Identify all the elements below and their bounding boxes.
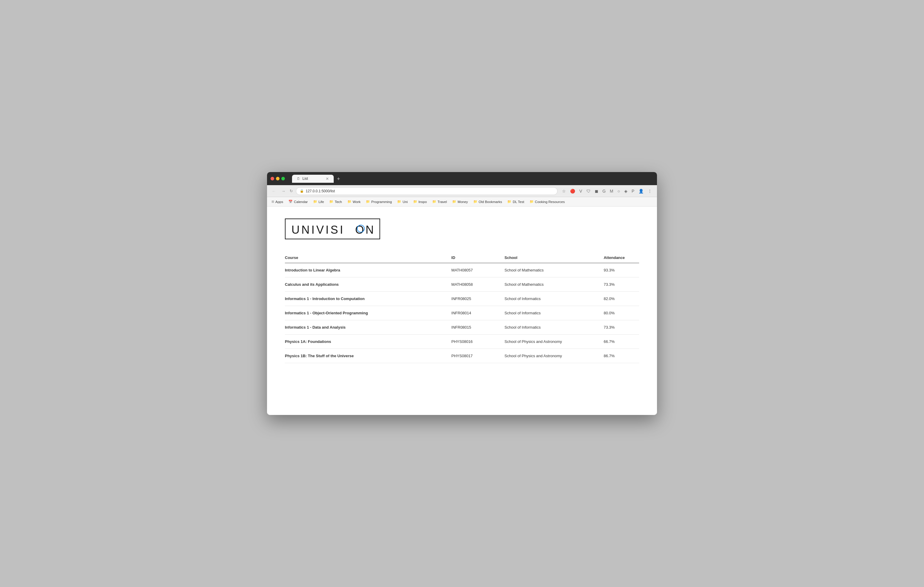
cell-attendance: 93.3%: [604, 263, 639, 277]
traffic-lights: [271, 177, 285, 180]
bookmark-label-life: Life: [318, 200, 324, 204]
cell-school: School of Informatics: [505, 292, 604, 306]
table-row: Informatics 1 - Data and AnalysisINFR080…: [285, 320, 639, 335]
cell-course: Introduction to Linear Algebra: [285, 263, 451, 277]
bookmark-label-apps: Apps: [276, 200, 283, 204]
col-header-course: Course: [285, 252, 451, 263]
ext6-button[interactable]: M: [609, 188, 615, 195]
tab-title: List: [302, 176, 308, 181]
ext3-button[interactable]: 🛡: [585, 188, 592, 195]
cell-school: School of Mathematics: [505, 277, 604, 292]
active-tab[interactable]: 🗒 List ✕: [292, 175, 334, 183]
bookmark-label-tech: Tech: [335, 200, 342, 204]
ext8-button[interactable]: ◈: [623, 188, 629, 195]
cell-attendance: 66.7%: [604, 335, 639, 349]
title-bar: 🗒 List ✕ +: [267, 172, 657, 185]
bookmark-icon-travel: 📁: [432, 200, 436, 204]
cell-school: School of Informatics: [505, 320, 604, 335]
bookmark-calendar[interactable]: 📅Calendar: [286, 199, 310, 204]
close-button[interactable]: [271, 177, 274, 180]
table-header-row: Course ID School Attendance: [285, 252, 639, 263]
ext4-button[interactable]: ◼: [593, 188, 600, 195]
bookmark-icon-apps: ⊞: [272, 200, 274, 204]
logo-wrapper: UNIVISI O N: [285, 218, 639, 241]
bookmark-icon-old-bookmarks: 📁: [473, 200, 477, 204]
bookmark-label-inspo: Inspo: [419, 200, 427, 204]
ext2-button[interactable]: V: [578, 188, 584, 195]
tab-bar: 🗒 List ✕ +: [292, 175, 342, 183]
toolbar-right: ☆ 🔴 V 🛡 ◼ G M ○ ◈ P 👤 ⋮: [561, 188, 653, 195]
cell-id: MATH08057: [451, 263, 505, 277]
bookmark-life[interactable]: 📁Life: [311, 199, 326, 204]
bookmark-uni[interactable]: 📁Uni: [395, 199, 409, 204]
bookmark-label-calendar: Calendar: [294, 200, 308, 204]
new-tab-button[interactable]: +: [335, 176, 342, 183]
cell-course: Informatics 1 - Data and Analysis: [285, 320, 451, 335]
bookmark-inspo[interactable]: 📁Inspo: [411, 199, 429, 204]
cell-attendance: 86.7%: [604, 349, 639, 363]
bookmark-icon-dl-test: 📁: [507, 200, 512, 204]
bookmark-dl-test[interactable]: 📁DL Test: [505, 199, 526, 204]
bookmark-icon-programming: 📁: [366, 200, 370, 204]
bookmarks-bar: ⊞Apps📅Calendar📁Life📁Tech📁Work📁Programmin…: [267, 197, 657, 206]
cell-course: Physics 1A: Foundations: [285, 335, 451, 349]
cell-attendance: 73.3%: [604, 277, 639, 292]
url-text: 127.0.0.1:5000/list: [306, 189, 335, 193]
bookmark-travel[interactable]: 📁Travel: [430, 199, 449, 204]
bookmark-icon-cooking: 📁: [530, 200, 534, 204]
bookmark-tech[interactable]: 📁Tech: [327, 199, 344, 204]
svg-text:N: N: [366, 224, 375, 236]
bookmark-label-uni: Uni: [403, 200, 408, 204]
table-row: Informatics 1 - Object-Oriented Programm…: [285, 306, 639, 320]
cell-id: INFR08014: [451, 306, 505, 320]
back-button[interactable]: ←: [271, 188, 277, 195]
cell-school: School of Physics and Astronomy: [505, 349, 604, 363]
bookmark-work[interactable]: 📁Work: [345, 199, 363, 204]
bookmark-icon-tech: 📁: [329, 200, 333, 204]
cell-id: INFR08025: [451, 292, 505, 306]
reload-button[interactable]: ↻: [290, 189, 293, 193]
maximize-button[interactable]: [281, 177, 285, 180]
col-header-school: School: [505, 252, 604, 263]
cell-course: Informatics 1 - Object-Oriented Programm…: [285, 306, 451, 320]
bookmark-icon-uni: 📁: [397, 200, 401, 204]
table-row: Informatics 1 - Introduction to Computat…: [285, 292, 639, 306]
bookmark-apps[interactable]: ⊞Apps: [269, 199, 285, 204]
bookmark-old-bookmarks[interactable]: 📁Old Bookmarks: [471, 199, 504, 204]
cell-course: Calculus and its Applications: [285, 277, 451, 292]
browser-window: 🗒 List ✕ + ← → ↻ 🔒 127.0.0.1:5000/list ☆…: [267, 172, 657, 415]
bookmark-cooking[interactable]: 📁Cooking Resources: [528, 199, 567, 204]
bookmark-label-money: Money: [457, 200, 468, 204]
bookmark-programming[interactable]: 📁Programming: [364, 199, 394, 204]
bookmark-label-dl-test: DL Test: [513, 200, 524, 204]
table-row: Physics 1A: FoundationsPHYS08016School o…: [285, 335, 639, 349]
cell-course: Informatics 1 - Introduction to Computat…: [285, 292, 451, 306]
ext9-button[interactable]: P: [630, 188, 636, 195]
table-row: Introduction to Linear AlgebraMATH08057S…: [285, 263, 639, 277]
bookmark-label-old-bookmarks: Old Bookmarks: [478, 200, 502, 204]
course-table: Course ID School Attendance Introduction…: [285, 252, 639, 363]
cell-school: School of Physics and Astronomy: [505, 335, 604, 349]
menu-button[interactable]: ⋮: [646, 188, 653, 195]
address-bar: ← → ↻ 🔒 127.0.0.1:5000/list ☆ 🔴 V 🛡 ◼ G …: [267, 185, 657, 197]
star-button[interactable]: ☆: [561, 188, 568, 195]
url-bar[interactable]: 🔒 127.0.0.1:5000/list: [296, 187, 558, 195]
ext5-button[interactable]: G: [601, 188, 607, 195]
univision-logo: UNIVISI O N: [285, 218, 380, 239]
bookmark-label-cooking: Cooking Resources: [535, 200, 565, 204]
bookmark-icon-life: 📁: [313, 200, 317, 204]
cell-id: MATH08058: [451, 277, 505, 292]
bookmark-money[interactable]: 📁Money: [450, 199, 470, 204]
cell-attendance: 80.0%: [604, 306, 639, 320]
col-header-attendance: Attendance: [604, 252, 639, 263]
bookmark-label-travel: Travel: [437, 200, 447, 204]
forward-button[interactable]: →: [280, 188, 287, 195]
table-row: Calculus and its ApplicationsMATH08058Sc…: [285, 277, 639, 292]
ext7-button[interactable]: ○: [616, 188, 621, 195]
minimize-button[interactable]: [276, 177, 279, 180]
tab-close-icon[interactable]: ✕: [326, 176, 329, 181]
bookmark-icon-work: 📁: [347, 200, 351, 204]
ext1-button[interactable]: 🔴: [569, 188, 577, 195]
table-row: Physics 1B: The Stuff of the UniversePHY…: [285, 349, 639, 363]
profile-button[interactable]: 👤: [637, 188, 645, 195]
